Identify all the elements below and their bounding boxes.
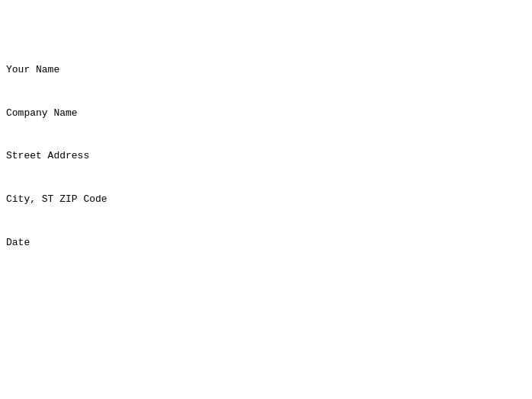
sender-company: Company Name	[6, 107, 526, 121]
sender-name: Your Name	[6, 63, 526, 78]
sender-city: City, ST ZIP Code	[6, 193, 526, 207]
sender-date: Date	[6, 236, 526, 251]
sender-street: Street Address	[6, 149, 526, 164]
